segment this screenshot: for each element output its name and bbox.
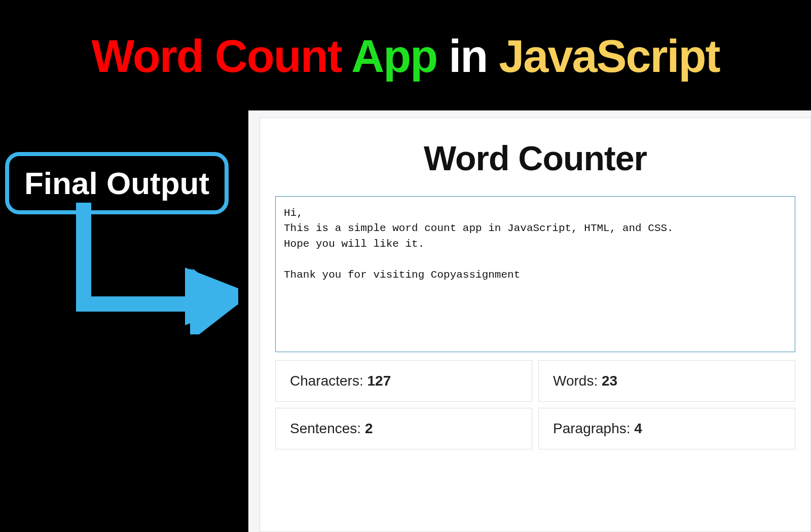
stat-paragraphs: Paragraphs: 4	[538, 408, 795, 449]
stat-sentences-value: 2	[365, 421, 373, 436]
stat-words: Words: 23	[538, 360, 795, 402]
stat-characters: Characters: 127	[275, 360, 532, 402]
final-output-label: Final Output	[24, 166, 209, 201]
app-title: Word Counter	[275, 138, 795, 178]
title-part-2: App	[351, 31, 437, 82]
stat-words-label: Words:	[553, 373, 602, 389]
stat-paragraphs-value: 4	[634, 421, 642, 436]
stat-sentences-label: Sentences:	[290, 421, 365, 436]
title-part-4: JavaScript	[499, 31, 719, 82]
page-title: Word Count App in JavaScript	[0, 0, 811, 83]
app-card: Word Counter Characters: 127 Words: 23 S…	[260, 118, 811, 532]
stat-paragraphs-label: Paragraphs:	[553, 421, 634, 436]
stat-words-value: 23	[602, 373, 617, 389]
title-part-1: Word Count	[91, 31, 341, 82]
text-input[interactable]	[275, 196, 795, 352]
svg-rect-0	[76, 203, 91, 312]
svg-rect-1	[76, 296, 198, 312]
stat-characters-label: Characters:	[290, 373, 367, 389]
arrow-icon	[76, 203, 238, 334]
stats-grid: Characters: 127 Words: 23 Sentences: 2 P…	[275, 360, 795, 449]
svg-marker-3	[190, 269, 238, 334]
app-panel-background: Word Counter Characters: 127 Words: 23 S…	[248, 110, 811, 532]
stat-sentences: Sentences: 2	[275, 408, 532, 449]
title-part-3: in	[449, 31, 487, 82]
stat-characters-value: 127	[367, 373, 391, 389]
